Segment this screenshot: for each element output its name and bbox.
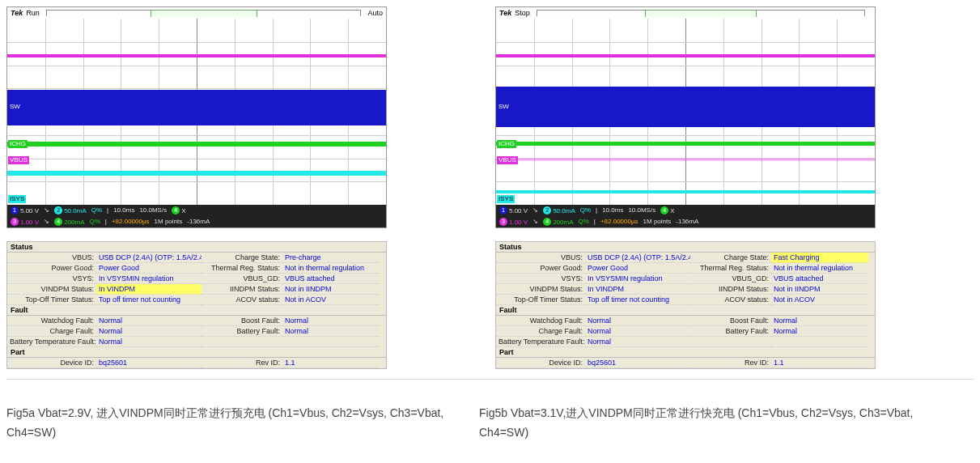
caption-separator <box>6 379 974 380</box>
caption-5b: Fig5b Vbat=3.1V,进入VINDPM同时正常进行快充电 (Ch1=V… <box>479 404 932 443</box>
figure-pair: Tek Run Auto ▼ SW ICHG VBUS ISYS <box>6 6 974 369</box>
ch-label-sw: SW <box>8 103 22 111</box>
figure-5a: Tek Run Auto ▼ SW ICHG VBUS ISYS <box>6 6 476 369</box>
scope-readout: 15.00 V ↘ 250.0mA Q% | 10.0ms 10.0MS/s 4… <box>496 205 875 227</box>
scope-brand: Tek <box>499 9 511 17</box>
part-grid: Device ID: bq25601 Rev ID: 1.1 <box>7 358 386 368</box>
fault-header: Fault <box>496 305 875 316</box>
caption-row: Fig5a Vbat=2.9V, 进入VINDPM同时正常进行预充电 (Ch1=… <box>6 389 974 443</box>
ch-label-ichg: ICHG <box>8 140 28 148</box>
part-header: Part <box>496 347 875 358</box>
trace-isys <box>496 190 875 193</box>
scope-readout: 15.00 V ↘ 250.0mA Q% | 10.0ms 10.0MS/s 4… <box>7 205 386 227</box>
ch-label-sw: SW <box>497 103 511 111</box>
scope-grid: SW ICHG VBUS ISYS <box>496 19 875 205</box>
status-grid: VBUS:USB DCP (2.4A) (OTP: 1.5A/2.4A)Char… <box>7 253 386 305</box>
scope-grid: SW ICHG VBUS ISYS <box>7 19 386 205</box>
scope-acq-mode: Auto <box>367 9 383 17</box>
part-header: Part <box>7 347 386 358</box>
fault-header: Fault <box>7 305 386 316</box>
part-grid: Device ID: bq25601 Rev ID: 1.1 <box>496 358 875 368</box>
ch-label-isys: ISYS <box>8 195 26 203</box>
fault-grid: Watchdog Fault:NormalBoost Fault:NormalC… <box>496 316 875 347</box>
scope-zoom-bracket <box>46 10 362 16</box>
figure-5b: Tek Stop ▼ SW ICHG VBUS ISYS <box>495 6 965 369</box>
ch-label-vbus: VBUS <box>497 156 518 164</box>
scope-run-state: Run <box>26 9 40 17</box>
trace-vbus <box>496 54 875 57</box>
fault-grid: Watchdog Fault:NormalBoost Fault:NormalC… <box>7 316 386 347</box>
ch-label-isys: ISYS <box>497 195 515 203</box>
trace-sw <box>496 87 875 127</box>
status-panel-b: Status VBUS:USB DCP (2.4A) (OTP: 1.5A/2.… <box>495 241 876 369</box>
scope-run-state: Stop <box>515 9 530 17</box>
status-header: Status <box>7 242 386 253</box>
trace-vbus2 <box>496 158 875 161</box>
scope-brand: Tek <box>11 9 23 17</box>
ch-label-ichg: ICHG <box>497 140 516 148</box>
trace-sw <box>7 90 386 125</box>
trace-ichg <box>7 142 386 147</box>
caption-5a: Fig5a Vbat=2.9V, 进入VINDPM同时正常进行预充电 (Ch1=… <box>6 404 460 443</box>
scope-zoom-bracket <box>537 10 865 16</box>
trace-isys <box>7 171 386 176</box>
trace-vbus <box>7 54 386 57</box>
ch-label-vbus: VBUS <box>8 156 29 164</box>
oscilloscope-b: Tek Stop ▼ SW ICHG VBUS ISYS <box>495 6 876 228</box>
status-header: Status <box>496 242 875 253</box>
trace-ichg <box>496 142 875 146</box>
status-grid: VBUS:USB DCP (2.4A) (OTP: 1.5A/2.4A)Char… <box>496 253 875 305</box>
status-panel-a: Status VBUS:USB DCP (2.4A) (OTP: 1.5A/2.… <box>6 241 387 369</box>
oscilloscope-a: Tek Run Auto ▼ SW ICHG VBUS ISYS <box>6 6 387 228</box>
